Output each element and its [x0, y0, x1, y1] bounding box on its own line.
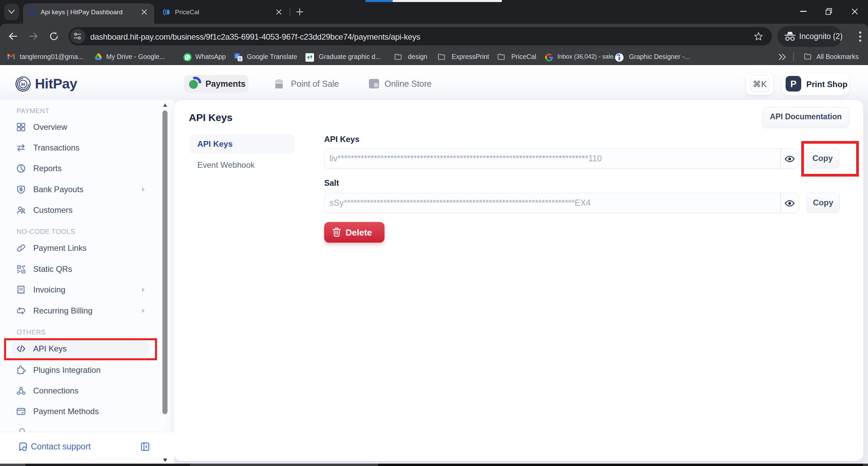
svg-text:H: H	[31, 10, 34, 14]
svg-text:文: 文	[238, 57, 242, 61]
svg-text:H: H	[21, 81, 25, 87]
